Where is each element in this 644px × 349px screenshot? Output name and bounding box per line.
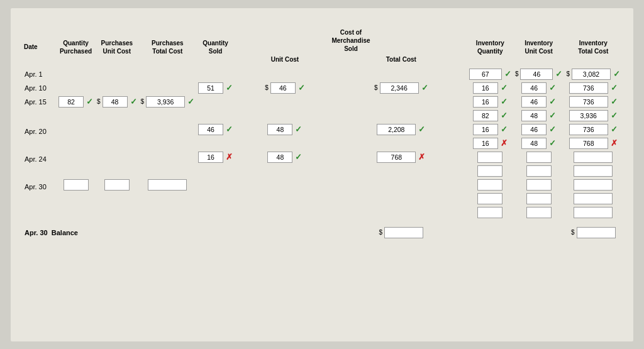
inv-unit-cost-header: InventoryUnit Cost — [513, 27, 565, 67]
purch-unit-cost-header: PurchasesUnit Cost — [95, 27, 139, 67]
table-input[interactable] — [574, 207, 613, 218]
table-input[interactable] — [58, 96, 84, 108]
table-input[interactable] — [521, 124, 547, 135]
table-row: Apr. 24 ✗ ✓ ✗ — [22, 150, 622, 164]
table-input[interactable] — [526, 193, 552, 204]
table-input[interactable] — [473, 138, 498, 149]
check-green-icon: ✓ — [421, 83, 428, 92]
check-green-icon: ✓ — [298, 83, 305, 92]
table-input[interactable] — [569, 124, 608, 135]
table-input[interactable] — [569, 138, 608, 149]
table-input[interactable] — [520, 69, 553, 80]
inv-unit-cell: $✓ — [513, 67, 565, 81]
purch-total-cell — [139, 81, 197, 95]
table-input[interactable] — [473, 82, 498, 94]
sold-total-cell — [335, 136, 467, 150]
table-input[interactable] — [574, 193, 613, 204]
qty-purchased-cell — [57, 136, 95, 150]
dollar-sign: $ — [566, 70, 570, 77]
check-green-icon: ✓ — [613, 69, 620, 79]
table-input[interactable] — [473, 124, 498, 135]
sold-unit-cell — [235, 109, 335, 123]
inv-qty-cell: ✓ — [467, 123, 513, 136]
table-input[interactable] — [526, 165, 552, 177]
table-input[interactable] — [569, 96, 608, 108]
table-input[interactable] — [521, 138, 547, 149]
purch-total-cell — [139, 109, 197, 123]
table-input[interactable] — [577, 227, 616, 238]
qty-sold-cell: ✗ — [196, 150, 235, 164]
inv-qty-cell: ✓ — [467, 95, 513, 109]
table-input[interactable] — [267, 124, 292, 135]
purch-unit-cell — [95, 109, 139, 123]
purch-unit-cell — [95, 123, 139, 136]
table-input[interactable] — [473, 110, 498, 121]
table-input[interactable] — [377, 124, 416, 135]
table-row — [22, 192, 622, 206]
table-input[interactable] — [198, 152, 223, 163]
sold-unit-cost-header: Unit Cost — [235, 54, 335, 65]
table-input[interactable] — [270, 82, 296, 94]
table-input[interactable] — [104, 179, 130, 191]
date-cell: Apr. 1 — [22, 67, 57, 81]
table-input[interactable] — [198, 124, 223, 135]
qty-purchased-cell: ✓ — [57, 95, 95, 109]
purch-total-cell — [139, 67, 197, 81]
inv-total-cell: ✓ — [564, 95, 622, 109]
qty-sold-cell — [196, 109, 235, 123]
check-green-icon: ✓ — [501, 97, 508, 106]
table-input[interactable] — [521, 82, 547, 94]
inv-qty-cell: ✓ — [467, 109, 513, 123]
table-input[interactable] — [146, 96, 185, 108]
purch-unit-cell — [95, 136, 139, 150]
table-input[interactable] — [574, 165, 613, 177]
table-input[interactable] — [477, 165, 502, 177]
sold-unit-cell — [235, 67, 335, 81]
table-row: Apr. 20 ✓ ✓ ✓ ✓ ✓ ✓ — [22, 123, 622, 136]
table-input[interactable] — [473, 96, 498, 108]
table-input[interactable] — [469, 69, 502, 80]
table-row — [22, 164, 622, 178]
qty-purchased-cell — [57, 67, 95, 81]
table-input[interactable] — [477, 152, 502, 163]
table-row — [22, 206, 622, 219]
table-input[interactable] — [103, 96, 128, 108]
table-input[interactable] — [148, 179, 187, 191]
sold-total-cost-header: Total Cost — [335, 54, 467, 65]
table-input[interactable] — [64, 179, 89, 191]
table-input[interactable] — [521, 96, 547, 108]
check-green-icon: ✓ — [611, 111, 618, 120]
check-green-icon: ✓ — [86, 97, 93, 106]
table-input[interactable] — [569, 110, 608, 121]
table-input[interactable] — [572, 69, 611, 80]
date-cell: Apr. 15 — [22, 95, 57, 109]
table-input[interactable] — [384, 227, 423, 238]
table-input[interactable] — [477, 193, 502, 204]
inv-qty-cell: ✓ — [467, 81, 513, 95]
table-input[interactable] — [526, 207, 552, 218]
check-green-icon: ✓ — [295, 152, 302, 162]
qty-purchased-cell — [57, 123, 95, 136]
table-row: Apr. 10 ✓ $✓ $✓ ✓ ✓ ✓ — [22, 81, 622, 95]
purch-unit-cell — [95, 150, 139, 164]
table-input[interactable] — [380, 82, 419, 94]
table-input[interactable] — [267, 152, 292, 163]
table-input[interactable] — [198, 82, 223, 94]
table-input[interactable] — [574, 152, 613, 163]
inventory-table: Date QuantityPurchased PurchasesUnit Cos… — [22, 27, 622, 240]
table-input[interactable] — [377, 152, 416, 163]
inv-total-cell: ✓ — [564, 109, 622, 123]
inv-total-cell: ✓ — [564, 123, 622, 136]
balance-label: Apr. 30 Balance — [22, 219, 196, 240]
sold-total-cell: ✓ — [335, 123, 467, 136]
check-red-icon: ✗ — [418, 152, 425, 162]
table-input[interactable] — [521, 110, 547, 121]
table-input[interactable] — [574, 179, 613, 191]
table-input[interactable] — [477, 179, 502, 191]
sold-total-cell: $✓ — [335, 81, 467, 95]
table-input[interactable] — [526, 152, 552, 163]
table-input[interactable] — [526, 179, 552, 191]
table-input[interactable] — [477, 207, 502, 218]
table-input[interactable] — [569, 82, 608, 94]
dollar-sign: $ — [97, 98, 101, 105]
